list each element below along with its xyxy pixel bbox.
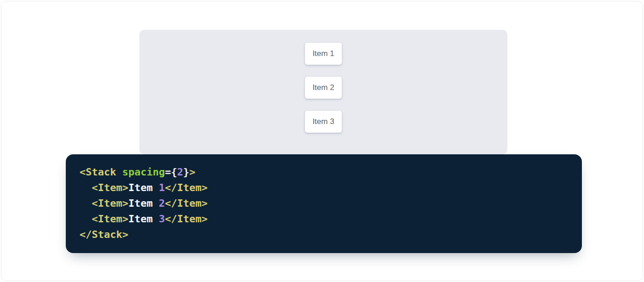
code-token-tag: <Item> — [92, 182, 128, 193]
code-line: </Stack> — [80, 227, 571, 243]
code-token-plain — [80, 197, 92, 209]
screen: Item 1Item 2Item 3 <Stack spacing={2}> <… — [0, 0, 644, 282]
code-line: <Item>Item 3</Item> — [80, 211, 571, 227]
code-token-plain — [80, 213, 92, 225]
stack-item: Item 1 — [305, 43, 342, 65]
stack-item: Item 3 — [305, 111, 342, 133]
code-token-tag: <Stack — [80, 166, 122, 178]
code-token-number: 2 — [159, 197, 165, 209]
code-token-number: 1 — [159, 182, 165, 193]
code-line: <Item>Item 2</Item> — [80, 196, 571, 211]
code-token-punct: { — [171, 166, 177, 178]
code-token-plain: Item — [128, 182, 159, 193]
code-line: <Stack spacing={2}> — [80, 164, 571, 180]
demo-panel: Item 1Item 2Item 3 — [139, 30, 507, 154]
code-token-plain: Item — [128, 197, 159, 209]
code-token-punct: = — [165, 166, 171, 178]
code-token-plain: Item — [128, 213, 159, 225]
code-token-number: 3 — [159, 213, 165, 225]
code-block: <Stack spacing={2}> <Item>Item 1</Item> … — [66, 154, 582, 253]
code-token-tag: <Item> — [92, 213, 128, 225]
code-token-tag: <Item> — [92, 197, 128, 209]
code-token-tag: </Item> — [165, 197, 207, 209]
code-token-tag: </Stack> — [80, 229, 128, 240]
page-card: Item 1Item 2Item 3 <Stack spacing={2}> <… — [1, 1, 643, 281]
stack-item: Item 2 — [305, 77, 342, 99]
code-token-tag: </Item> — [165, 182, 207, 193]
code-token-punct: } — [183, 166, 189, 178]
code-token-plain — [80, 182, 92, 193]
code-token-tag: > — [189, 166, 195, 178]
code-token-tag: </Item> — [165, 213, 207, 225]
stack-container: Item 1Item 2Item 3 — [139, 30, 507, 133]
code-token-number: 2 — [177, 166, 183, 178]
code-token-attr: spacing — [122, 166, 165, 178]
code-line: <Item>Item 1</Item> — [80, 180, 571, 196]
